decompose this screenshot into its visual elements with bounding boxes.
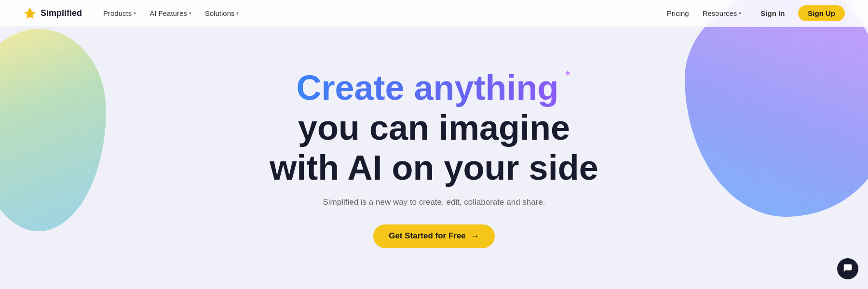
logo[interactable]: Simplified xyxy=(23,7,82,20)
hero-line2: you can imagine xyxy=(270,108,598,148)
hero-line3: with AI on your side xyxy=(270,148,598,188)
cta-label: Get Started for Free xyxy=(389,231,466,241)
nav-left: Simplified Products ▾ AI Features ▾ Solu… xyxy=(23,6,244,20)
navbar: Simplified Products ▾ AI Features ▾ Solu… xyxy=(0,0,868,27)
nav-item-products[interactable]: Products ▾ xyxy=(97,6,142,20)
chevron-down-icon: ▾ xyxy=(236,11,239,16)
nav-item-ai-features[interactable]: AI Features ▾ xyxy=(144,6,197,20)
nav-right-links: Pricing Resources ▾ xyxy=(661,6,747,20)
brand-name: Simplified xyxy=(41,8,82,18)
chat-icon xyxy=(843,263,853,275)
cta-arrow-icon: → xyxy=(471,231,479,241)
hero-subtitle: Simplified is a new way to create, edit,… xyxy=(323,197,545,207)
nav-resources-link[interactable]: Resources ▾ xyxy=(697,6,747,20)
hero-section: Create anything you can imagine with AI … xyxy=(0,27,868,289)
hero-line1: Create anything xyxy=(296,68,558,108)
nav-links: Products ▾ AI Features ▾ Solutions ▾ xyxy=(97,6,244,20)
sign-in-button[interactable]: Sign In xyxy=(759,6,787,20)
hero-line1-container: Create anything xyxy=(270,68,598,108)
nav-item-solutions[interactable]: Solutions ▾ xyxy=(199,6,245,20)
hero-heading: Create anything you can imagine with AI … xyxy=(270,68,598,187)
chevron-down-icon: ▾ xyxy=(739,11,741,16)
chevron-down-icon: ▾ xyxy=(189,11,191,16)
cta-get-started-button[interactable]: Get Started for Free → xyxy=(373,224,495,248)
chevron-down-icon: ▾ xyxy=(134,11,136,16)
nav-pricing-link[interactable]: Pricing xyxy=(661,6,695,20)
sign-up-button[interactable]: Sign Up xyxy=(798,5,845,21)
nav-right: Pricing Resources ▾ Sign In Sign Up xyxy=(661,5,845,21)
chat-widget-button[interactable] xyxy=(837,258,858,279)
sparkle-icon xyxy=(564,68,572,79)
logo-icon xyxy=(23,7,37,20)
